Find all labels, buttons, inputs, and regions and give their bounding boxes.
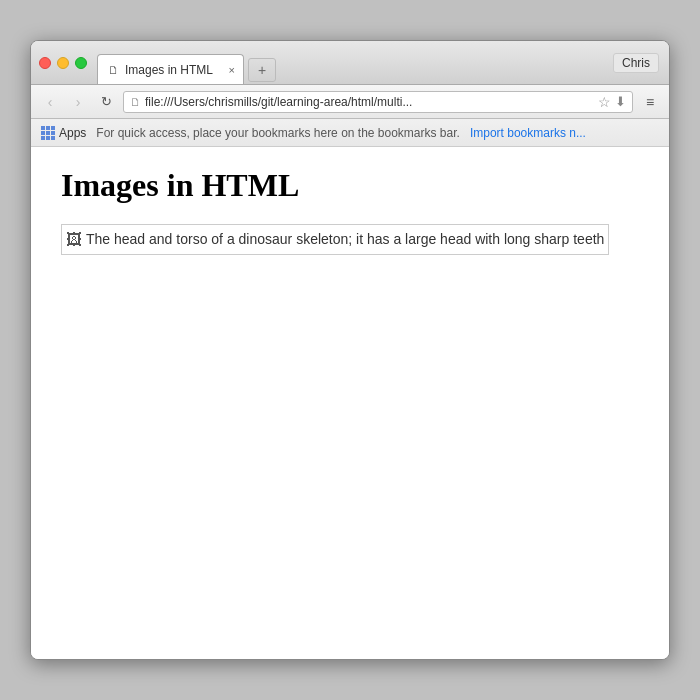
title-bar: 🗋 Images in HTML × + Chris [31,41,669,85]
tab-close-button[interactable]: × [229,64,235,76]
content-area: Images in HTML 🖼 The head and torso of a… [31,147,669,659]
minimize-button[interactable] [57,57,69,69]
active-tab[interactable]: 🗋 Images in HTML × [97,54,244,84]
bookmarks-bar: Apps For quick access, place your bookma… [31,119,669,147]
new-tab-button[interactable]: + [248,58,276,82]
import-bookmarks-link[interactable]: Import bookmarks n... [470,126,586,140]
maximize-button[interactable] [75,57,87,69]
tab-title: Images in HTML [125,63,213,77]
address-bar[interactable]: 🗋 file:///Users/chrismills/git/learning-… [123,91,633,113]
apps-link[interactable]: Apps [41,126,86,140]
back-button[interactable]: ‹ [39,91,61,113]
menu-button[interactable]: ≡ [639,91,661,113]
user-badge: Chris [613,53,659,73]
browser-window: 🗋 Images in HTML × + Chris ‹ › ↻ 🗋 file:… [30,40,670,660]
refresh-icon: ↻ [101,94,112,109]
address-text: file:///Users/chrismills/git/learning-ar… [145,95,594,109]
download-icon[interactable]: ⬇ [615,94,626,109]
apps-label: Apps [59,126,86,140]
menu-icon: ≡ [646,94,654,110]
page-title: Images in HTML [61,167,639,204]
bookmark-star-icon[interactable]: ☆ [598,94,611,110]
tab-area: 🗋 Images in HTML × + [97,41,276,84]
broken-image-icon: 🖼 [66,231,82,249]
bookmark-bar-message: For quick access, place your bookmarks h… [96,126,460,140]
forward-button[interactable]: › [67,91,89,113]
broken-image-container: 🖼 The head and torso of a dinosaur skele… [61,224,609,255]
refresh-button[interactable]: ↻ [95,91,117,113]
nav-bar: ‹ › ↻ 🗋 file:///Users/chrismills/git/lea… [31,85,669,119]
address-page-icon: 🗋 [130,96,141,108]
close-button[interactable] [39,57,51,69]
apps-grid-icon [41,126,55,140]
back-icon: ‹ [48,94,53,110]
traffic-lights [39,57,87,69]
forward-icon: › [76,94,81,110]
image-alt-text: The head and torso of a dinosaur skeleto… [86,229,604,250]
tab-page-icon: 🗋 [108,64,119,76]
